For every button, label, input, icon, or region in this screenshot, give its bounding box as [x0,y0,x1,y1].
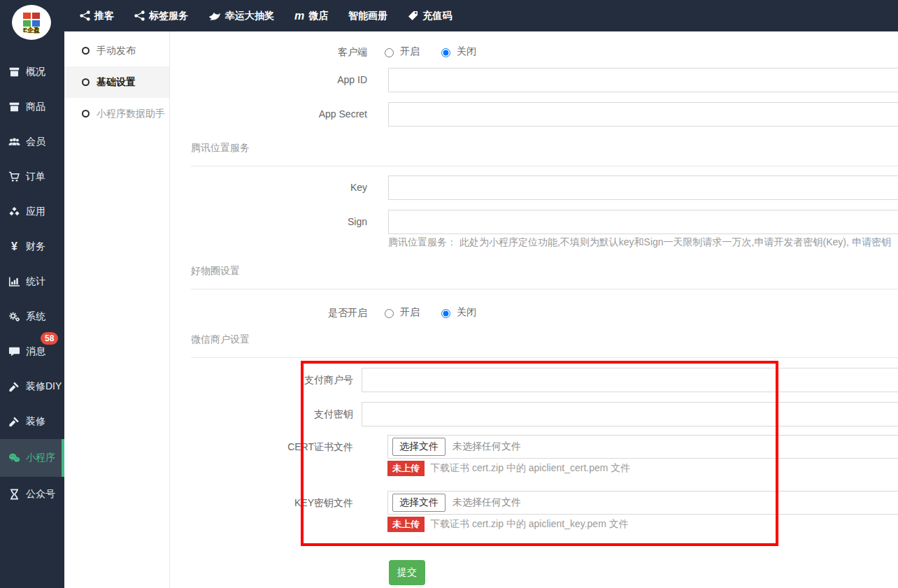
product-box-icon [8,101,20,113]
subnav-item-mini-program-data-helper[interactable]: 小程序数据助手 [64,98,169,129]
sidebar-item-overview[interactable]: 概况 [0,55,64,89]
cert-file-label: CERT证书文件 [170,435,353,459]
merchant-id-input[interactable] [362,368,898,392]
topnav-item-label: 充值码 [422,10,452,22]
enable-setting-row: 是否开启 开启 关闭 [170,302,898,323]
client-radio-on[interactable] [385,48,394,57]
secondary-sidebar: 手动发布 基础设置 小程序数据助手 [64,31,170,588]
client-radio-on-option[interactable]: 开启 [381,45,420,58]
wechat-icon [8,452,20,464]
sidebar-item-official-account[interactable]: 公众号 [0,477,64,512]
sidebar-item-label: 概况 [26,66,45,78]
sidebar-item-deco[interactable]: 装修 [0,404,64,439]
ticket-icon [408,10,418,21]
cert-file-row: CERT证书文件 选择文件 未选择任何文件 [170,435,898,459]
section-title-merchant: 微信商户设置 [191,334,898,358]
key-label: Key [170,175,367,200]
enable-label: 是否开启 [170,302,367,323]
logo-mark-icon [23,13,40,27]
key-file-label: KEY密钥文件 [170,491,353,515]
enable-radio-on[interactable] [385,309,394,318]
topnav-item-lucky-draw[interactable]: 幸运大抽奖 [208,10,274,22]
client-radio-group: 开启 关闭 [381,41,476,62]
pay-key-row: 支付密钥 [170,402,898,426]
sidebar-item-label: 系统 [26,310,45,323]
client-radio-off[interactable] [441,48,450,57]
subnav-item-manual-publish[interactable]: 手动发布 [64,35,169,66]
enable-radio-off-option[interactable]: 关闭 [438,306,476,319]
client-label: 客户端 [170,41,367,62]
topnav-item-label: 智能画册 [348,10,387,22]
sidebar-item-deco-diy[interactable]: 装修DIY [0,369,64,404]
cert-file-input[interactable]: 选择文件 未选择任何文件 [387,435,898,459]
topnav-item-tag-service[interactable]: 标签服务 [134,10,188,22]
topnav-item-micro-store[interactable]: m 微店 [294,10,328,22]
sidebar-item-label: 商品 [26,101,45,113]
sidebar-item-label: 装修 [26,415,45,428]
settings-form: 客户端 开启 关闭 App ID App Secret 腾讯位置服务 Key S… [170,31,898,588]
key-not-uploaded-badge: 未上传 [387,517,425,532]
cubes-icon [8,206,20,217]
topnav-item-recharge-code[interactable]: 充值码 [408,10,452,22]
pay-key-label: 支付密钥 [170,402,353,426]
pay-key-input[interactable] [362,402,898,426]
topnav-item-smart-album[interactable]: 智能画册 [348,10,387,22]
sidebar-item-finance[interactable]: ¥ 财务 [0,229,64,264]
key-row: Key [170,175,898,200]
sidebar-item-system[interactable]: 系统 [0,299,64,334]
archive-box-icon [8,66,20,78]
dove-icon [208,10,221,21]
submit-button[interactable]: 提交 [389,560,425,585]
key-status-row: 未上传 下载证书 cert.zip 中的 apiclient_key.pem 文… [387,517,629,532]
topnav-item-label: 推客 [94,10,114,22]
sidebar-item-members[interactable]: 会员 [0,124,64,159]
gavel-icon [8,416,20,427]
cert-choose-file-button[interactable]: 选择文件 [392,438,446,456]
key-file-row: KEY密钥文件 选择文件 未选择任何文件 [170,491,898,515]
sign-label: Sign [170,210,367,234]
sidebar-item-label: 公众号 [26,488,55,501]
sidebar-item-messages[interactable]: 消息 58 [0,334,64,369]
sign-input[interactable] [388,210,898,234]
apply-key-link[interactable]: 申请密钥 [852,236,891,248]
sidebar-item-goods[interactable]: 商品 [0,89,64,124]
hourglass-icon [8,489,20,500]
radio-option-label: 关闭 [457,45,476,58]
topnav-item-promoter[interactable]: 推客 [80,10,114,22]
circle-icon [82,78,90,86]
app-logo[interactable]: E企盈 [12,5,51,40]
share-icon [80,10,90,21]
top-navbar: 推客 标签服务 幸运大抽奖 m 微店 智能画册 充值码 [64,0,898,31]
sidebar-item-label: 财务 [26,241,45,253]
enable-radio-on-option[interactable]: 开启 [381,306,420,319]
gears-icon [8,311,20,322]
m-icon: m [294,11,304,21]
sidebar-menu: 概况 商品 会员 订单 应用 ¥ 财务 统计 系统 [0,55,64,512]
radio-option-label: 关闭 [457,306,476,319]
sign-row: Sign [170,210,898,234]
enable-radio-off[interactable] [441,309,450,318]
subnav-item-label: 基础设置 [97,76,136,89]
sidebar-item-label: 会员 [26,136,45,148]
bar-chart-icon [8,276,20,287]
subnav-item-basic-settings[interactable]: 基础设置 [64,66,169,98]
sidebar-item-apps[interactable]: 应用 [0,194,64,229]
client-setting-row: 客户端 开启 关闭 [170,41,898,62]
app-id-row: App ID [170,68,898,92]
radio-option-label: 开启 [400,306,420,319]
app-id-input[interactable] [388,68,898,92]
cert-not-uploaded-badge: 未上传 [387,461,425,476]
app-secret-input[interactable] [388,102,898,127]
sidebar-item-mini-program[interactable]: 小程序 [0,439,64,477]
sidebar-item-stats[interactable]: 统计 [0,264,64,299]
merchant-id-label: 支付商户号 [170,368,353,392]
client-radio-off-option[interactable]: 关闭 [438,45,476,58]
sidebar-item-label: 装修DIY [26,380,62,393]
sidebar-item-orders[interactable]: 订单 [0,159,64,194]
key-file-input[interactable]: 选择文件 未选择任何文件 [387,491,898,515]
key-input[interactable] [388,175,898,200]
message-count-badge: 58 [41,332,58,345]
key-choose-file-button[interactable]: 选择文件 [392,494,446,512]
subnav-item-label: 手动发布 [97,45,136,57]
circle-icon [82,110,90,117]
